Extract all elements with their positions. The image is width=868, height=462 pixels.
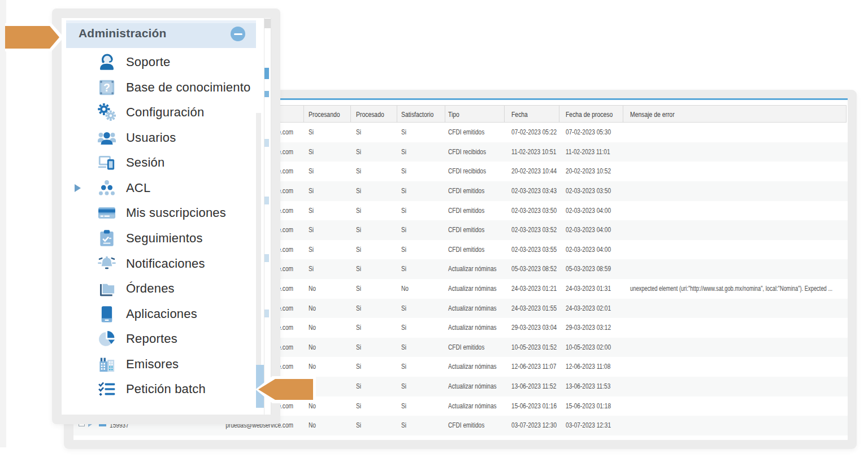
svg-text:?: ? — [103, 81, 110, 94]
